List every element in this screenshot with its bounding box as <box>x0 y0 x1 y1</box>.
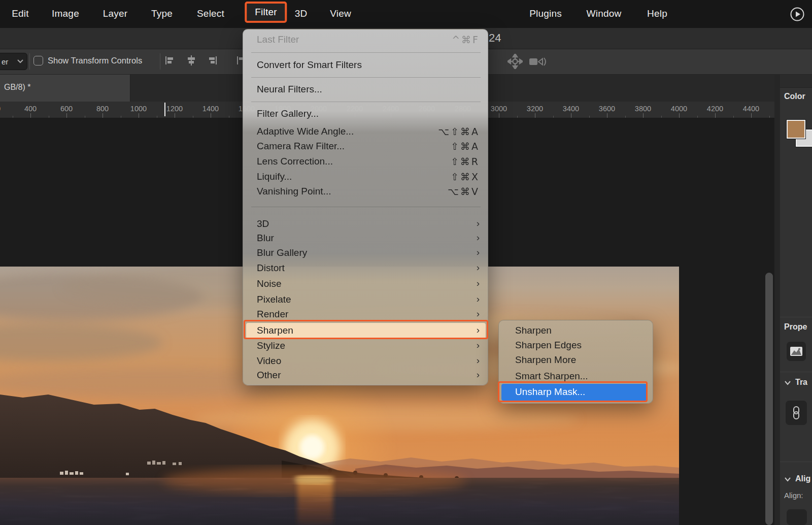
align-option-button[interactable] <box>787 509 807 525</box>
align-partial-icon[interactable] <box>231 55 243 68</box>
filter-menu-item-blur-gallery[interactable]: Blur Gallery› <box>243 246 488 260</box>
menu-separator <box>251 77 481 78</box>
filter-menu-item-noise[interactable]: Noise› <box>243 277 488 291</box>
filter-menu-item-vanishing-point-[interactable]: Vanishing Point...⌥⌘V <box>243 184 488 199</box>
panel-tab-strip <box>780 75 812 88</box>
menu-item-label: Stylize <box>257 340 285 351</box>
menu-item-label: Vanishing Point... <box>257 186 331 196</box>
menu-item-shortcut: ⇧⌘X <box>451 170 480 184</box>
submenu-item-unsharp-mask-[interactable]: Unsharp Mask... <box>499 385 653 399</box>
filter-menu-item-render[interactable]: Render› <box>243 307 488 321</box>
menubar-item-plugins[interactable]: Plugins <box>529 8 562 19</box>
menubar-item-window[interactable]: Window <box>587 8 622 19</box>
filter-menu-item-distort[interactable]: Distort› <box>243 261 488 275</box>
document-tab[interactable]: GB/8) * <box>0 75 130 102</box>
filter-menu-item-filter-gallery-[interactable]: Filter Gallery... <box>243 107 488 121</box>
submenu-item-smart-sharpen-[interactable]: Smart Sharpen... <box>499 369 653 383</box>
filter-menu-item-adaptive-wide-angle-[interactable]: Adaptive Wide Angle...⌥⇧⌘A <box>243 124 488 139</box>
ruler-tick <box>139 113 139 118</box>
ruler-label: 800 <box>96 105 109 113</box>
divider <box>780 317 812 317</box>
menubar-item-image[interactable]: Image <box>52 8 79 19</box>
filter-menu-item-stylize[interactable]: Stylize› <box>243 339 488 353</box>
image-thumbnail-button[interactable] <box>787 342 806 361</box>
auto-select-value: er <box>2 57 8 66</box>
filter-menu-item-liquify-[interactable]: Liquify...⇧⌘X <box>243 170 488 184</box>
menu-item-label: Video <box>257 355 281 366</box>
ruler-label: 3000 <box>491 105 507 113</box>
show-transform-controls-checkbox[interactable] <box>33 56 43 65</box>
menu-bar: EditImageLayerTypeSelectFilter3DViewPlug… <box>0 0 812 28</box>
menubar-item-3d[interactable]: 3D <box>295 8 308 19</box>
submenu-item-sharpen-more[interactable]: Sharpen More <box>499 353 653 367</box>
filter-menu-item-other[interactable]: Other› <box>243 368 488 382</box>
filter-menu-item-video[interactable]: Video› <box>243 354 488 368</box>
ruler-tick <box>679 113 680 118</box>
ruler-tick <box>715 113 716 118</box>
filter-menu-item-last-filter[interactable]: Last Filter^⌘F <box>243 32 488 47</box>
ruler-label: 3800 <box>635 105 651 113</box>
menu-item-shortcut: ^⌘F <box>452 32 480 47</box>
auto-select-dropdown[interactable]: er <box>0 53 27 70</box>
menubar-item-type[interactable]: Type <box>151 8 173 19</box>
ruler-label: 1400 <box>202 105 219 113</box>
menubar-item-layer[interactable]: Layer <box>103 8 128 19</box>
ruler-tick-minor <box>193 116 193 118</box>
filter-menu-item-neural-filters-[interactable]: Neural Filters... <box>243 82 488 96</box>
ruler-label: 3600 <box>599 105 615 113</box>
ruler-label: 1000 <box>130 105 147 113</box>
transform-section-header[interactable]: Tra <box>795 378 807 387</box>
menu-item-label: Camera Raw Filter... <box>257 141 345 151</box>
align-section-header[interactable]: Alig <box>795 474 810 483</box>
dock-divider <box>774 75 780 525</box>
menu-item-label: Last Filter <box>257 34 299 45</box>
menu-separator <box>251 102 481 102</box>
submenu-chevron-icon: › <box>477 307 480 321</box>
submenu-chevron-icon: › <box>477 338 480 352</box>
3d-camera-icon[interactable] <box>529 56 541 69</box>
menu-item-shortcut: ⌥⌘V <box>448 184 480 199</box>
play-circle-icon[interactable] <box>790 7 805 22</box>
menu-item-label: Filter Gallery... <box>257 108 319 119</box>
menubar-item-view[interactable]: View <box>330 8 351 19</box>
submenu-chevron-icon: › <box>477 368 480 382</box>
ruler-tick-minor <box>517 116 518 118</box>
menu-item-label: Pixelate <box>257 294 291 305</box>
align-left-edges-icon[interactable] <box>164 55 176 68</box>
ruler-tick <box>751 113 752 118</box>
menubar-item-help[interactable]: Help <box>647 8 667 19</box>
align-horizontal-centers-icon[interactable] <box>186 55 198 68</box>
document-tab-label: GB/8) * <box>4 83 30 92</box>
align-label: Align: <box>784 491 803 500</box>
align-right-edges-icon[interactable] <box>207 55 219 68</box>
menubar-item-select[interactable]: Select <box>197 8 224 19</box>
filter-menu-item-lens-correction-[interactable]: Lens Correction...⇧⌘R <box>243 154 488 169</box>
link-dimensions-button[interactable] <box>786 401 807 425</box>
ruler-tick-minor <box>769 116 770 118</box>
divider <box>780 462 812 462</box>
sharpen-submenu: SharpenSharpen EdgesSharpen MoreSmart Sh… <box>498 320 653 404</box>
3d-move-icon[interactable] <box>507 54 520 67</box>
filter-menu-item-camera-raw-filter-[interactable]: Camera Raw Filter...⇧⌘A <box>243 139 488 153</box>
ruler-tick-minor <box>157 116 157 118</box>
vertical-scrollbar[interactable] <box>765 273 773 525</box>
filter-menu-item-3d[interactable]: 3D› <box>243 217 488 231</box>
ruler-label: 600 <box>60 105 73 113</box>
menu-item-label: Liquify... <box>257 171 292 182</box>
filter-menu-item-blur[interactable]: Blur› <box>243 231 488 245</box>
ruler-tick-minor <box>625 116 626 118</box>
foreground-color-swatch[interactable] <box>787 120 805 139</box>
chevron-down-icon[interactable] <box>784 379 791 386</box>
ruler-tick <box>499 113 499 118</box>
menubar-item-edit[interactable]: Edit <box>12 8 29 19</box>
chevron-down-icon[interactable] <box>784 476 791 483</box>
filter-menu-item-pixelate[interactable]: Pixelate› <box>243 292 488 307</box>
filter-menu-item-convert-for-smart-filters[interactable]: Convert for Smart Filters <box>243 58 488 72</box>
ruler-label: 3400 <box>563 105 579 113</box>
submenu-item-sharpen[interactable]: Sharpen <box>499 323 653 338</box>
filter-menu-item-sharpen[interactable]: Sharpen› <box>243 323 488 338</box>
submenu-item-sharpen-edges[interactable]: Sharpen Edges <box>499 338 653 352</box>
ruler-label: 4200 <box>707 105 723 113</box>
menubar-item-filter[interactable]: Filter <box>245 2 287 23</box>
submenu-chevron-icon: › <box>477 353 480 368</box>
